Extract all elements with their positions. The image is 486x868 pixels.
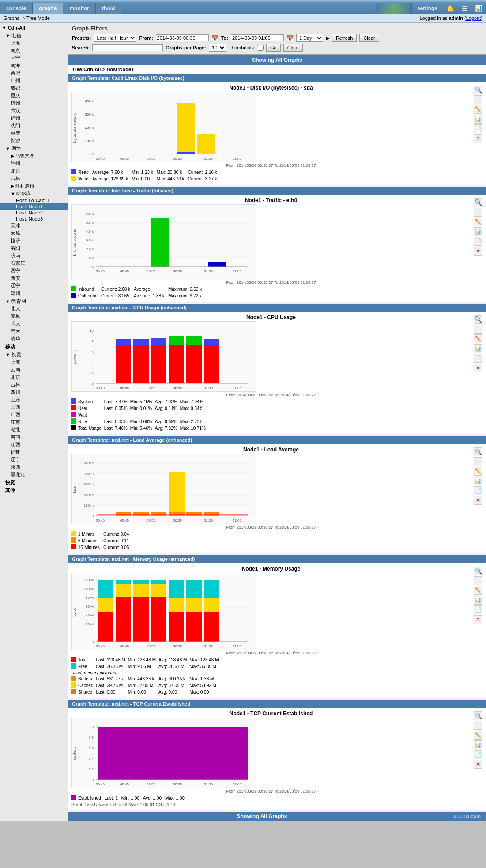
logout-link[interactable]: Logout [466,15,481,21]
delete-icon-tcp[interactable]: ✕ [474,760,482,769]
sidebar-item-shanxi2[interactable]: 陕西 [0,463,68,471]
pencil-icon-c[interactable]: ✏️ [474,334,482,343]
clear-button-2[interactable]: Clear [283,44,303,52]
sidebar-item-jiangxi[interactable]: 江西 [0,441,68,448]
pencil-icon-m[interactable]: ✏️ [474,586,482,595]
sidebar-item-xian[interactable]: 西安 [0,274,68,282]
delete-icon-l[interactable]: ✕ [474,496,482,505]
sidebar-item-jinan[interactable]: 济南 [0,252,68,259]
sidebar-section-jiaoyu[interactable]: ▼ 教育网 [0,297,68,305]
tab-thold[interactable]: thold [96,3,121,14]
sidebar-item-xining[interactable]: 西宁 [0,267,68,274]
sidebar-item-lanzhou[interactable]: 兰州 [0,160,68,167]
pencil-icon-tcp[interactable]: ✏️ [474,731,482,740]
doc-icon-tcp[interactable]: 📄 [474,750,482,759]
go-button[interactable]: Go [266,44,281,52]
sidebar-item-lo-cacti1[interactable]: Host: Lo-Cacti1 [0,197,68,203]
doc-icon-l[interactable]: 📄 [474,486,482,495]
delete-icon-m[interactable]: ✕ [474,615,482,624]
sidebar-item-luoyang[interactable]: 洛阳 [0,244,68,252]
info-icon-l[interactable]: i [474,457,482,466]
bar-chart-icon[interactable]: 📊 [474,115,482,124]
bar-chart-icon-t[interactable]: 📊 [474,227,482,236]
sidebar-section-changkuan[interactable]: ▼ 长宽 [0,350,68,358]
doc-icon-c[interactable]: 📄 [474,354,482,363]
bar-chart-icon-l[interactable]: 📊 [474,477,482,485]
delete-icon-t[interactable]: ✕ [474,247,482,256]
zoom-icon-l[interactable]: 🔍 [474,447,482,456]
cal-icon2[interactable]: 📅 [286,35,294,41]
sidebar-item-zhengzhou[interactable]: 郑州 [0,289,68,297]
delete-icon[interactable]: ✕ [474,134,482,143]
menu-btn[interactable]: ☰ [458,3,471,14]
sidebar-item-wulumuqi[interactable]: ▶乌鲁木齐 [0,152,68,160]
bell-btn[interactable]: 🔔 [443,3,458,14]
sidebar-item-taiyuan[interactable]: 太原 [0,229,68,237]
sidebar-item-jilin2[interactable]: 吉林 [0,381,68,388]
from-input[interactable] [156,34,209,41]
zoom-icon-c[interactable]: 🔍 [474,315,482,324]
sidebar-item-fujian[interactable]: 福建 [0,448,68,456]
sidebar-item-guangxi[interactable]: 广西 [0,411,68,418]
sidebar-item-hangzhou[interactable]: 杭州 [0,99,68,107]
clear-button-1[interactable]: Clear [359,34,379,42]
zoom-icon-m[interactable]: 🔍 [474,567,482,575]
bar-chart-icon-tcp[interactable]: 📊 [474,740,482,749]
sidebar-item-shijiazhuang[interactable]: 石家庄 [0,259,68,267]
sidebar-item-chongqing2[interactable]: 重庆 [0,129,68,137]
sidebar-item-jiangsu[interactable]: 江苏 [0,418,68,426]
sidebar-item-shandong[interactable]: 山东 [0,396,68,403]
pencil-icon-l[interactable]: ✏️ [474,467,482,476]
day-select[interactable]: 1 Day 2 Days Week [296,34,323,42]
sidebar-item-huhehot[interactable]: ▶呼和浩特 [0,182,68,190]
sidebar-section-dianxin[interactable]: ▼ 电信 [0,31,68,39]
sidebar-item-yunnan[interactable]: 云南 [0,366,68,373]
sidebar-item-tianjin[interactable]: 天津 [0,222,68,229]
sidebar-item-chengdu[interactable]: 成都 [0,84,68,92]
sidebar-item-shenyang[interactable]: 沈阳 [0,122,68,129]
tab-graphs[interactable]: graphs [33,3,63,14]
zoom-icon[interactable]: 🔍 [474,86,482,94]
info-icon-tcp[interactable]: i [474,721,482,730]
sidebar-item-fuzhou[interactable]: 福州 [0,114,68,122]
sidebar-item-wuhan[interactable]: 武汉 [0,107,68,114]
zoom-icon-tcp[interactable]: 🔍 [474,711,482,720]
pencil-icon-t[interactable]: ✏️ [474,218,482,226]
sidebar-item-shanghai2[interactable]: 上海 [0,358,68,366]
sidebar-item-hefei[interactable]: 合肥 [0,69,68,77]
doc-icon-t[interactable]: 📄 [474,237,482,246]
sidebar-item-lasa[interactable]: 拉萨 [0,237,68,244]
sidebar-item-wuda[interactable]: 武大 [0,320,68,327]
info-icon-c[interactable]: i [474,325,482,334]
sidebar-item-chongqing[interactable]: 重庆 [0,92,68,99]
delete-icon-c[interactable]: ✕ [474,364,482,372]
thumbnails-checkbox[interactable] [258,45,264,51]
presets-select[interactable]: Last Half Hour Last Hour Last 2 Hours La… [94,34,136,42]
sidebar-item-qinghua[interactable]: 清华 [0,335,68,342]
sidebar-item-nanda[interactable]: 南大 [0,327,68,335]
doc-icon[interactable]: 📄 [474,124,482,133]
sidebar-item-cdn-all[interactable]: ▼ Cdn-All [0,24,68,31]
to-input[interactable] [231,34,284,41]
graphs-per-page-select[interactable]: 10 20 50 [209,44,226,52]
sidebar-item-beijing1[interactable]: 北京 [0,167,68,175]
bar-chart-icon-c[interactable]: 📊 [474,344,482,353]
pencil-icon[interactable]: ✏️ [474,105,482,114]
sidebar-item-jilin1[interactable]: 吉林 [0,175,68,182]
sidebar-section-wangluo[interactable]: ▼ 网络 [0,144,68,152]
sidebar-item-sichuan[interactable]: 四川 [0,388,68,396]
sidebar-item-heilongjiang[interactable]: 黑龙江 [0,471,68,478]
sidebar-item-nanhai[interactable]: 南海 [0,62,68,69]
zoom-icon-t[interactable]: 🔍 [474,198,482,207]
tab-monitor[interactable]: monitor [63,3,96,14]
sidebar-item-shanxi[interactable]: 山西 [0,403,68,411]
bar-chart-icon-m[interactable]: 📊 [474,596,482,605]
sidebar-item-nanning[interactable]: 南宁 [0,54,68,62]
cal-icon1[interactable]: 📅 [211,35,219,41]
sidebar-item-shanghai1[interactable]: 上海 [0,39,68,47]
info-icon[interactable]: i [474,95,482,104]
sidebar-item-node1[interactable]: Host: Node1 [0,203,68,210]
sidebar-item-hubei[interactable]: 湖北 [0,426,68,433]
info-icon-t[interactable]: i [474,208,482,217]
sidebar-item-fudan[interactable]: 复旦 [0,312,68,320]
